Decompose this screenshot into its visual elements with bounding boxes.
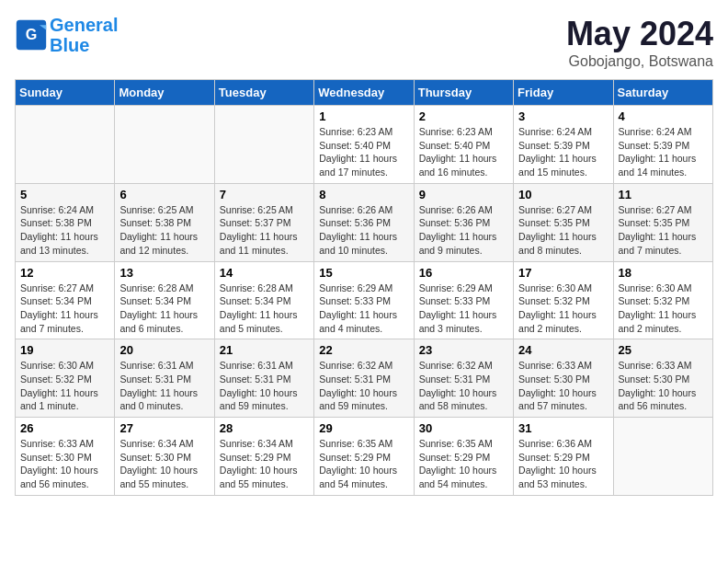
day-number: 15 — [319, 266, 408, 280]
calendar-cell: 23Sunrise: 6:32 AM Sunset: 5:31 PM Dayli… — [414, 339, 513, 418]
calendar-cell: 4Sunrise: 6:24 AM Sunset: 5:39 PM Daylig… — [613, 106, 712, 184]
calendar-cell: 5Sunrise: 6:24 AM Sunset: 5:38 PM Daylig… — [16, 183, 115, 261]
day-info: Sunrise: 6:24 AM Sunset: 5:39 PM Dayligh… — [518, 125, 608, 179]
calendar-cell: 25Sunrise: 6:33 AM Sunset: 5:30 PM Dayli… — [613, 339, 712, 418]
day-number: 11 — [619, 188, 708, 201]
day-info: Sunrise: 6:23 AM Sunset: 5:40 PM Dayligh… — [419, 125, 508, 179]
calendar-table: SundayMondayTuesdayWednesdayThursdayFrid… — [15, 79, 713, 496]
calendar-cell: 8Sunrise: 6:26 AM Sunset: 5:36 PM Daylig… — [314, 183, 414, 261]
day-of-week-header: Friday — [514, 80, 613, 106]
calendar-cell: 2Sunrise: 6:23 AM Sunset: 5:40 PM Daylig… — [414, 106, 513, 184]
day-info: Sunrise: 6:27 AM Sunset: 5:35 PM Dayligh… — [518, 203, 608, 258]
day-info: Sunrise: 6:36 AM Sunset: 5:29 PM Dayligh… — [518, 437, 608, 491]
day-info: Sunrise: 6:33 AM Sunset: 5:30 PM Dayligh… — [20, 437, 109, 491]
logo: G General Blue — [15, 15, 118, 55]
svg-text:G: G — [26, 26, 38, 42]
day-number: 29 — [319, 421, 408, 435]
day-info: Sunrise: 6:29 AM Sunset: 5:33 PM Dayligh… — [319, 282, 408, 336]
day-info: Sunrise: 6:34 AM Sunset: 5:30 PM Dayligh… — [119, 437, 209, 491]
day-number: 1 — [319, 109, 408, 123]
day-number: 6 — [119, 188, 209, 201]
calendar-cell: 28Sunrise: 6:34 AM Sunset: 5:29 PM Dayli… — [214, 418, 313, 496]
logo-text: General Blue — [50, 15, 118, 55]
day-info: Sunrise: 6:26 AM Sunset: 5:36 PM Dayligh… — [419, 203, 508, 258]
location-subtitle: Gobojango, Botswana — [566, 53, 713, 70]
day-info: Sunrise: 6:30 AM Sunset: 5:32 PM Dayligh… — [619, 282, 708, 336]
day-number: 9 — [419, 188, 508, 201]
calendar-cell: 22Sunrise: 6:32 AM Sunset: 5:31 PM Dayli… — [314, 339, 414, 418]
day-info: Sunrise: 6:26 AM Sunset: 5:36 PM Dayligh… — [319, 203, 408, 258]
day-info: Sunrise: 6:31 AM Sunset: 5:31 PM Dayligh… — [220, 359, 309, 413]
calendar-cell: 19Sunrise: 6:30 AM Sunset: 5:32 PM Dayli… — [16, 339, 115, 418]
day-number: 17 — [518, 266, 608, 280]
day-number: 12 — [20, 266, 109, 280]
day-of-week-header: Sunday — [16, 80, 115, 106]
calendar-cell — [613, 418, 712, 496]
day-number: 18 — [619, 266, 708, 280]
calendar-cell: 17Sunrise: 6:30 AM Sunset: 5:32 PM Dayli… — [514, 261, 613, 339]
day-info: Sunrise: 6:33 AM Sunset: 5:30 PM Dayligh… — [518, 359, 608, 413]
calendar-cell: 31Sunrise: 6:36 AM Sunset: 5:29 PM Dayli… — [514, 418, 613, 496]
day-of-week-header: Monday — [115, 80, 214, 106]
day-info: Sunrise: 6:32 AM Sunset: 5:31 PM Dayligh… — [319, 359, 408, 413]
day-number: 30 — [419, 421, 508, 435]
day-number: 13 — [119, 266, 209, 280]
page-header: G General Blue May 2024 Gobojango, Botsw… — [15, 15, 713, 70]
day-number: 23 — [419, 343, 508, 357]
calendar-cell: 3Sunrise: 6:24 AM Sunset: 5:39 PM Daylig… — [514, 106, 613, 184]
calendar-cell: 27Sunrise: 6:34 AM Sunset: 5:30 PM Dayli… — [115, 418, 214, 496]
calendar-cell: 15Sunrise: 6:29 AM Sunset: 5:33 PM Dayli… — [314, 261, 414, 339]
day-number: 20 — [119, 343, 209, 357]
calendar-week-row: 12Sunrise: 6:27 AM Sunset: 5:34 PM Dayli… — [16, 261, 713, 339]
calendar-week-row: 5Sunrise: 6:24 AM Sunset: 5:38 PM Daylig… — [16, 183, 713, 261]
day-info: Sunrise: 6:25 AM Sunset: 5:38 PM Dayligh… — [119, 203, 209, 258]
day-number: 19 — [20, 343, 109, 357]
day-info: Sunrise: 6:27 AM Sunset: 5:35 PM Dayligh… — [619, 203, 708, 258]
calendar-cell — [214, 106, 313, 184]
month-title: May 2024 — [566, 15, 713, 53]
day-of-week-header: Saturday — [613, 80, 712, 106]
day-info: Sunrise: 6:35 AM Sunset: 5:29 PM Dayligh… — [419, 437, 508, 491]
calendar-cell: 13Sunrise: 6:28 AM Sunset: 5:34 PM Dayli… — [115, 261, 214, 339]
day-info: Sunrise: 6:30 AM Sunset: 5:32 PM Dayligh… — [20, 359, 109, 413]
day-of-week-header: Tuesday — [214, 80, 313, 106]
day-number: 3 — [518, 109, 608, 123]
day-of-week-header: Wednesday — [314, 80, 414, 106]
calendar-header-row: SundayMondayTuesdayWednesdayThursdayFrid… — [16, 80, 713, 106]
day-info: Sunrise: 6:35 AM Sunset: 5:29 PM Dayligh… — [319, 437, 408, 491]
day-info: Sunrise: 6:27 AM Sunset: 5:34 PM Dayligh… — [20, 282, 109, 336]
calendar-cell: 29Sunrise: 6:35 AM Sunset: 5:29 PM Dayli… — [314, 418, 414, 496]
day-info: Sunrise: 6:28 AM Sunset: 5:34 PM Dayligh… — [119, 282, 209, 336]
day-of-week-header: Thursday — [414, 80, 513, 106]
calendar-cell: 1Sunrise: 6:23 AM Sunset: 5:40 PM Daylig… — [314, 106, 414, 184]
calendar-cell: 18Sunrise: 6:30 AM Sunset: 5:32 PM Dayli… — [613, 261, 712, 339]
day-number: 21 — [220, 343, 309, 357]
day-number: 4 — [619, 109, 708, 123]
day-info: Sunrise: 6:32 AM Sunset: 5:31 PM Dayligh… — [419, 359, 508, 413]
day-number: 22 — [319, 343, 408, 357]
calendar-cell: 12Sunrise: 6:27 AM Sunset: 5:34 PM Dayli… — [16, 261, 115, 339]
day-number: 31 — [518, 421, 608, 435]
day-info: Sunrise: 6:24 AM Sunset: 5:38 PM Dayligh… — [20, 203, 109, 258]
day-info: Sunrise: 6:30 AM Sunset: 5:32 PM Dayligh… — [518, 282, 608, 336]
calendar-cell: 7Sunrise: 6:25 AM Sunset: 5:37 PM Daylig… — [214, 183, 313, 261]
day-info: Sunrise: 6:34 AM Sunset: 5:29 PM Dayligh… — [220, 437, 309, 491]
day-number: 8 — [319, 188, 408, 201]
day-number: 24 — [518, 343, 608, 357]
day-info: Sunrise: 6:29 AM Sunset: 5:33 PM Dayligh… — [419, 282, 508, 336]
calendar-cell: 24Sunrise: 6:33 AM Sunset: 5:30 PM Dayli… — [514, 339, 613, 418]
calendar-cell: 20Sunrise: 6:31 AM Sunset: 5:31 PM Dayli… — [115, 339, 214, 418]
calendar-cell: 6Sunrise: 6:25 AM Sunset: 5:38 PM Daylig… — [115, 183, 214, 261]
day-number: 26 — [20, 421, 109, 435]
day-info: Sunrise: 6:33 AM Sunset: 5:30 PM Dayligh… — [619, 359, 708, 413]
day-info: Sunrise: 6:24 AM Sunset: 5:39 PM Dayligh… — [619, 125, 708, 179]
day-number: 14 — [220, 266, 309, 280]
day-info: Sunrise: 6:28 AM Sunset: 5:34 PM Dayligh… — [220, 282, 309, 336]
day-number: 28 — [220, 421, 309, 435]
calendar-cell — [115, 106, 214, 184]
calendar-cell: 11Sunrise: 6:27 AM Sunset: 5:35 PM Dayli… — [613, 183, 712, 261]
calendar-cell: 16Sunrise: 6:29 AM Sunset: 5:33 PM Dayli… — [414, 261, 513, 339]
day-number: 2 — [419, 109, 508, 123]
day-number: 16 — [419, 266, 508, 280]
calendar-cell: 9Sunrise: 6:26 AM Sunset: 5:36 PM Daylig… — [414, 183, 513, 261]
